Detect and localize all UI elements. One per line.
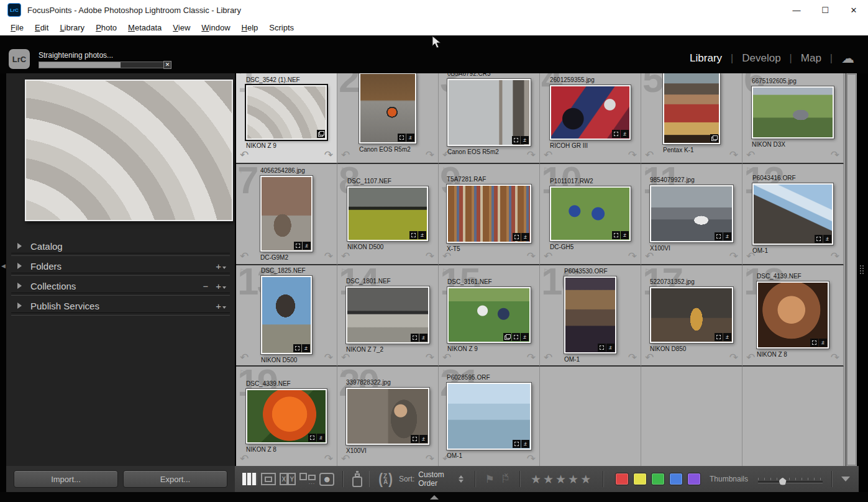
color-label-swatch[interactable] — [651, 473, 665, 485]
grid-cell[interactable]: 5 ⚐ Pentax K-1 ↶ ↷ — [641, 73, 742, 164]
develop-badge-icon[interactable]: ± — [317, 434, 325, 442]
flag-icon[interactable]: ⚐ — [644, 166, 652, 175]
crop-badge-icon[interactable] — [294, 242, 302, 250]
photo-thumbnail[interactable]: ± — [757, 281, 829, 349]
menu-window[interactable]: Window — [196, 23, 235, 32]
crop-badge-icon[interactable] — [810, 339, 818, 347]
menu-help[interactable]: Help — [236, 23, 264, 32]
loupe-view-button[interactable] — [261, 472, 276, 486]
rotate-right-icon[interactable]: ↷ — [628, 148, 637, 162]
painter-tool-button[interactable] — [352, 471, 360, 487]
photo-thumbnail[interactable]: ± — [346, 286, 429, 344]
flag-icon[interactable]: ⚐ — [340, 368, 348, 378]
develop-badge-icon[interactable]: ± — [521, 333, 529, 341]
photo-thumbnail[interactable]: ± — [650, 185, 733, 242]
photo-thumbnail[interactable]: ± — [564, 276, 616, 354]
add-icon[interactable]: + — [216, 281, 226, 291]
rotate-left-icon[interactable]: ↶ — [341, 351, 350, 364]
develop-badge-icon[interactable]: ± — [621, 130, 629, 138]
flag-icon[interactable]: ⚐ — [340, 73, 348, 74]
rotate-right-icon[interactable]: ↷ — [324, 148, 333, 162]
grid-cell[interactable]: 8 ⚐ DSC_1107.NEF ± NIKON D500 ↶ ↷ — [337, 164, 439, 265]
expand-triangle-icon[interactable] — [17, 243, 22, 249]
module-tab-library[interactable]: Library — [690, 52, 722, 65]
rotate-left-icon[interactable]: ↶ — [341, 250, 350, 263]
develop-badge-icon[interactable]: ± — [621, 231, 629, 239]
menu-library[interactable]: Library — [54, 23, 90, 32]
crop-badge-icon[interactable] — [815, 235, 823, 243]
sidebar-panel-catalog[interactable]: Catalog — [6, 236, 235, 256]
crop-badge-icon[interactable] — [308, 434, 316, 442]
star-rating[interactable]: ★★★★★ — [531, 472, 593, 486]
photo-thumbnail[interactable]: ± — [550, 85, 631, 140]
photo-thumbnail[interactable]: ± — [550, 186, 631, 241]
grid-cell[interactable]: 17 ⚐ 5220731352.jpg ± NIKON D850 ↶ ↷ — [641, 265, 742, 367]
cloud-sync-icon[interactable]: ☁ — [841, 52, 854, 65]
grid-cell[interactable]: 14 ⚐ DSC_1801.NEF ± NIKON Z 7_2 ↶ ↷ — [337, 265, 439, 367]
rotate-right-icon[interactable]: ↷ — [426, 351, 434, 364]
sidebar-panel-folders[interactable]: Folders+ — [6, 256, 235, 276]
crop-badge-icon[interactable] — [715, 232, 723, 240]
flag-icon[interactable]: ⚐ — [644, 73, 652, 74]
flag-icon[interactable]: ⚐ — [442, 267, 449, 276]
rotate-right-icon[interactable]: ↷ — [324, 351, 333, 364]
flag-icon[interactable]: ⚐ — [340, 166, 348, 175]
rotate-right-icon[interactable]: ↷ — [426, 452, 434, 465]
rotate-left-icon[interactable]: ↶ — [544, 148, 552, 162]
flag-icon[interactable]: ⚐ — [543, 166, 550, 175]
develop-badge-icon[interactable]: ± — [302, 344, 310, 352]
grid-cell[interactable]: 9 ⚐ T5A7281.RAF ± X-T5 ↶ ↷ — [439, 164, 540, 265]
pick-flag-icon[interactable]: ⚑ — [485, 473, 495, 486]
sort-value-dropdown[interactable]: Custom Order — [418, 470, 455, 488]
flag-icon[interactable]: ⚐ — [442, 166, 449, 175]
reject-flag-icon[interactable]: ⚐✕ — [501, 473, 510, 486]
flag-icon[interactable]: ⚐ — [239, 267, 247, 276]
crop-badge-icon[interactable] — [715, 333, 723, 341]
rotate-right-icon[interactable]: ↷ — [628, 351, 637, 364]
crop-badge-icon[interactable] — [411, 435, 419, 443]
flag-icon[interactable]: ⚐ — [746, 166, 753, 175]
photo-thumbnail[interactable]: ± — [260, 176, 313, 252]
rotate-left-icon[interactable]: ↶ — [341, 148, 350, 162]
rotate-right-icon[interactable]: ↷ — [831, 148, 839, 162]
crop-badge-icon[interactable] — [612, 130, 620, 138]
add-icon[interactable]: + — [216, 301, 226, 311]
sidebar-panel-collections[interactable]: Collections−+ — [6, 276, 235, 296]
rotate-right-icon[interactable]: ↷ — [628, 250, 637, 263]
flag-icon[interactable]: ⚐ — [746, 73, 753, 74]
rotate-left-icon[interactable]: ↶ — [442, 351, 451, 364]
filmstrip-expand-arrow-icon[interactable] — [430, 495, 439, 500]
crop-badge-icon[interactable] — [411, 334, 419, 342]
photo-thumbnail[interactable]: ± — [447, 79, 531, 146]
rotate-left-icon[interactable]: ↶ — [645, 250, 654, 263]
develop-badge-icon[interactable]: ± — [521, 136, 529, 144]
minimize-button[interactable]: — — [782, 0, 811, 20]
photo-thumbnail[interactable] — [663, 73, 720, 144]
color-label-swatch[interactable] — [633, 473, 647, 485]
crop-badge-icon[interactable] — [293, 344, 301, 352]
rotate-right-icon[interactable]: ↷ — [527, 351, 536, 364]
grid-cell[interactable]: 13 ⚐ DSC_1825.NEF ± NIKON D500 ↶ ↷ — [236, 265, 337, 367]
rotate-right-icon[interactable]: ↷ — [426, 148, 434, 162]
crop-badge-icon[interactable] — [512, 136, 520, 144]
copy-badge-icon[interactable] — [710, 134, 718, 142]
progress-cancel-icon[interactable]: ✕ — [163, 61, 171, 69]
photo-thumbnail[interactable] — [752, 86, 834, 139]
flag-icon[interactable]: ⚐ — [746, 267, 753, 276]
rotate-left-icon[interactable]: ↶ — [240, 351, 249, 364]
flag-icon[interactable]: ⚐ — [340, 267, 348, 276]
rotate-left-icon[interactable]: ↶ — [645, 351, 654, 364]
menu-scripts[interactable]: Scripts — [263, 23, 299, 32]
grid-cell[interactable]: 7 ⚐ 4056254286.jpg ± DC-G9M2 ↶ ↷ — [236, 164, 337, 265]
rotate-left-icon[interactable]: ↶ — [240, 452, 249, 465]
develop-badge-icon[interactable]: ± — [819, 339, 827, 347]
develop-badge-icon[interactable]: ± — [823, 235, 831, 243]
develop-badge-icon[interactable]: ± — [419, 334, 427, 342]
photo-thumbnail[interactable]: ± — [752, 183, 833, 245]
add-icon[interactable]: + — [216, 261, 226, 272]
develop-badge-icon[interactable]: ± — [419, 435, 427, 443]
rotate-right-icon[interactable]: ↷ — [324, 250, 333, 263]
grid-cell[interactable]: 2 ⚐ ± Canon EOS R5m2 ↶ ↷ — [337, 73, 439, 164]
import-button[interactable]: Import... — [14, 470, 118, 488]
left-collapse-arrow-icon[interactable]: ◀ — [1, 263, 6, 269]
